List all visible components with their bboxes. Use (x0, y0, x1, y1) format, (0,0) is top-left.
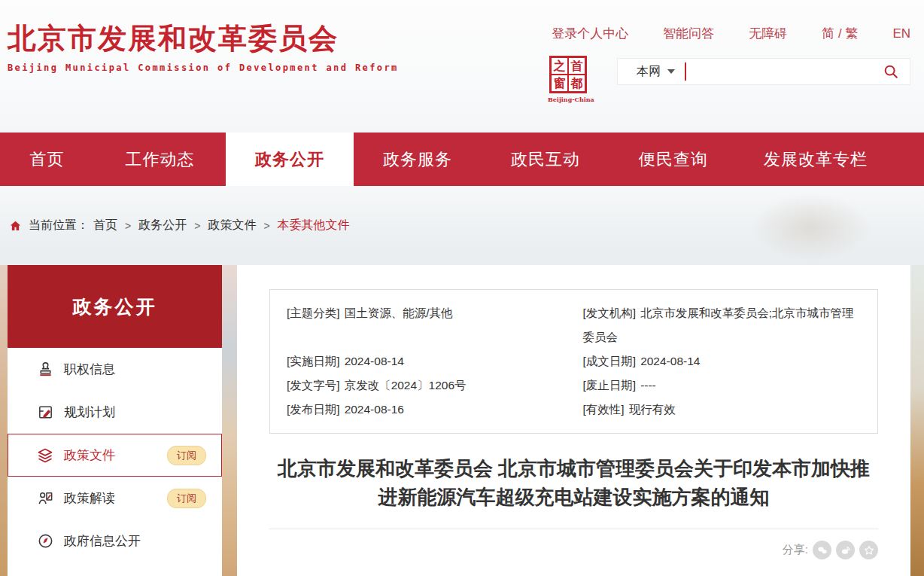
breadcrumb: 当前位置： 首页 > 政务公开 > 政策文件 > 本委其他文件 (9, 218, 350, 233)
meta-label: [发文机构] (583, 306, 637, 319)
chevron-down-icon (667, 69, 675, 74)
breadcrumb-policy-files[interactable]: 政策文件 (208, 218, 256, 233)
nav-item-work-news[interactable]: 工作动态 (94, 133, 226, 186)
meta-row: [废止日期]---- (583, 373, 862, 398)
sidebar-item-planning[interactable]: 规划计划 (8, 391, 222, 434)
breadcrumb-separator: > (194, 220, 200, 232)
sidebar-item-label: 政策文件 (64, 446, 115, 464)
sidebar-item-label: 政策解读 (64, 489, 115, 507)
meta-row: [主题分类]国土资源、能源/其他 (287, 301, 565, 349)
plan-edit-icon (35, 403, 55, 422)
meta-row: [实施日期]2024-08-14 (287, 349, 565, 373)
article-panel: [主题分类]国土资源、能源/其他 [实施日期]2024-08-14 [发文字号]… (237, 265, 910, 576)
login-link[interactable]: 登录个人中心 (552, 25, 628, 42)
subscribe-badge[interactable]: 订阅 (167, 446, 206, 465)
meta-value: ---- (640, 379, 656, 392)
compass-icon (35, 532, 55, 551)
nav-item-home[interactable]: 首页 (0, 133, 94, 186)
meta-row: [成文日期]2024-08-14 (583, 349, 862, 373)
sidebar-item-authority-info[interactable]: 职权信息 (8, 348, 222, 391)
meta-value: 京发改〔2024〕1206号 (345, 379, 467, 392)
share-weibo-button[interactable] (836, 541, 855, 559)
sidebar-item-partial[interactable] (8, 562, 222, 576)
content-area: 政务公开 职权信息 (0, 265, 924, 576)
breadcrumb-prefix: 当前位置： (29, 218, 89, 233)
meta-row: [发文机构]北京市发展和改革委员会;北京市城市管理委员会 (583, 301, 862, 349)
sidebar-item-label: 规划计划 (64, 404, 115, 421)
weibo-icon (840, 544, 852, 556)
title-divider (269, 529, 878, 529)
site-subtitle: Beijing Municipal Commission of Developm… (8, 62, 399, 73)
seal-grid: 之 首 窗 都 (549, 56, 587, 93)
stamp-icon (35, 360, 55, 379)
smart-qa-link[interactable]: 智能问答 (663, 25, 714, 42)
meta-value: 2024-08-14 (345, 355, 404, 367)
breadcrumb-home[interactable]: 首页 (93, 218, 117, 233)
nav-item-convenient-query[interactable]: 便民查询 (609, 133, 737, 186)
meta-row: [发文字号]京发改〔2024〕1206号 (287, 373, 565, 398)
meta-value: 2024-08-16 (345, 403, 404, 416)
search-bar: 本网 (617, 58, 910, 85)
meta-label: [实施日期] (287, 355, 340, 367)
share-label: 分享: (783, 543, 808, 557)
search-icon (883, 63, 899, 80)
breadcrumb-separator: > (263, 220, 269, 232)
breadcrumb-strip: 当前位置： 首页 > 政务公开 > 政策文件 > 本委其他文件 (0, 186, 924, 265)
document-meta-box: [主题分类]国土资源、能源/其他 [实施日期]2024-08-14 [发文字号]… (269, 289, 878, 434)
breadcrumb-gov-disclosure[interactable]: 政务公开 (138, 218, 187, 233)
meta-column-left: [主题分类]国土资源、能源/其他 [实施日期]2024-08-14 [发文字号]… (278, 301, 574, 422)
background-art-left (0, 265, 8, 576)
meta-value: 2024-08-14 (640, 355, 700, 367)
sidebar-item-policy-files[interactable]: 政策文件 订阅 (8, 434, 222, 477)
breadcrumb-current[interactable]: 本委其他文件 (278, 218, 350, 233)
layers-icon (35, 446, 55, 465)
search-button[interactable] (883, 63, 899, 80)
site-logo[interactable]: 北京市发展和改革委员会 Beijing Municipal Commission… (8, 21, 399, 73)
interpretation-icon (35, 489, 55, 508)
sidebar-item-gov-info-disclosure[interactable]: 政府信息公开 (8, 520, 222, 562)
sidebar-item-policy-interpretation[interactable]: 政策解读 订阅 (8, 477, 222, 520)
seal-char: 之 (551, 57, 568, 75)
share-wechat-button[interactable] (813, 541, 831, 559)
meta-value: 现行有效 (629, 403, 676, 416)
sidebar-item-label: 政府信息公开 (64, 532, 141, 550)
meta-column-right: [发文机构]北京市发展和改革委员会;北京市城市管理委员会 [成文日期]2024-… (574, 301, 871, 422)
english-link[interactable]: EN (892, 26, 910, 41)
accessibility-link[interactable]: 无障碍 (749, 25, 787, 42)
star-icon (863, 544, 875, 556)
seal-char: 首 (568, 57, 585, 75)
meta-row: [发布日期]2024-08-16 (287, 398, 565, 422)
background-pagoda-art (751, 194, 871, 261)
share-favorite-button[interactable] (859, 541, 878, 559)
sidebar-title[interactable]: 政务公开 (8, 265, 222, 348)
search-input[interactable] (686, 60, 883, 83)
breadcrumb-separator: > (125, 220, 131, 232)
background-art-right (910, 265, 924, 576)
site-header: 北京市发展和改革委员会 Beijing Municipal Commission… (0, 0, 924, 133)
wechat-icon (816, 544, 828, 556)
search-scope-label: 本网 (637, 64, 661, 80)
sidebar: 政务公开 职权信息 (8, 265, 222, 576)
nav-item-public-interaction[interactable]: 政民互动 (482, 133, 609, 186)
meta-label: [成文日期] (583, 355, 637, 367)
share-row: 分享: (237, 541, 878, 559)
meta-label: [发布日期] (287, 403, 340, 416)
seal-char: 都 (568, 75, 585, 92)
meta-row: [有效性]现行有效 (583, 398, 862, 422)
meta-label: [主题分类] (287, 306, 340, 319)
meta-label: [发文字号] (287, 379, 340, 392)
search-scope-dropdown[interactable]: 本网 (637, 64, 675, 80)
seal-caption: Beijing-China (548, 96, 588, 103)
nav-item-gov-disclosure[interactable]: 政务公开 (226, 133, 354, 186)
utility-links: 登录个人中心 智能问答 无障碍 简 / 繁 EN (552, 25, 910, 42)
page: 北京市发展和改革委员会 Beijing Municipal Commission… (0, 0, 924, 576)
site-title: 北京市发展和改革委员会 (8, 21, 399, 56)
meta-label: [有效性] (583, 403, 625, 416)
nav-item-reform-special[interactable]: 发展改革专栏 (737, 133, 894, 186)
beijing-china-seal-logo[interactable]: 之 首 窗 都 Beijing-China (548, 56, 588, 103)
main-nav: 首页 工作动态 政务公开 政务服务 政民互动 便民查询 发展改革专栏 (0, 133, 924, 186)
simplified-traditional-toggle[interactable]: 简 / 繁 (822, 25, 858, 42)
subscribe-badge[interactable]: 订阅 (167, 489, 206, 508)
nav-item-gov-services[interactable]: 政务服务 (354, 133, 482, 186)
meta-label: [废止日期] (583, 379, 637, 392)
